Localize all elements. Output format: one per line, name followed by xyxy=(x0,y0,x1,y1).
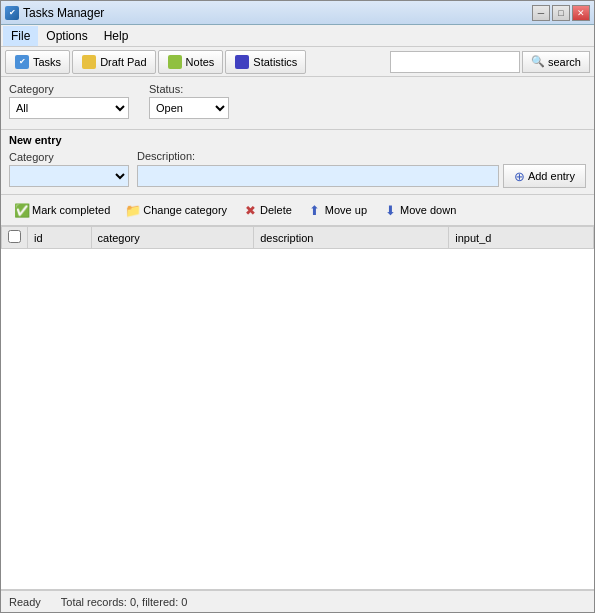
tasks-button[interactable]: ✔ Tasks xyxy=(5,50,70,74)
new-entry-title: New entry xyxy=(9,134,586,146)
tasks-icon: ✔ xyxy=(14,54,30,70)
new-entry-category-select[interactable] xyxy=(9,165,129,187)
category-filter-label: Category xyxy=(9,83,129,95)
table-header-category[interactable]: category xyxy=(91,227,254,249)
table-header-id[interactable]: id xyxy=(28,227,92,249)
new-entry-category-label: Category xyxy=(9,151,129,163)
add-icon: ⊕ xyxy=(514,169,525,184)
action-bar: ✅ Mark completed 📁 Change category ✖ Del… xyxy=(1,195,594,226)
title-bar: ✔ Tasks Manager ─ □ ✕ xyxy=(1,1,594,25)
title-buttons: ─ □ ✕ xyxy=(532,5,590,21)
move-down-icon: ⬇ xyxy=(383,203,397,217)
statistics-button[interactable]: Statistics xyxy=(225,50,306,74)
search-icon: 🔍 xyxy=(531,55,545,68)
status-filter-label: Status: xyxy=(149,83,229,95)
close-button[interactable]: ✕ xyxy=(572,5,590,21)
table-header-row: id category description input_d xyxy=(2,227,594,249)
new-entry-description-label: Description: xyxy=(137,150,586,162)
move-up-icon: ⬆ xyxy=(308,203,322,217)
window-title: Tasks Manager xyxy=(23,6,104,20)
status-filter-group: Status: Open Closed All xyxy=(149,83,229,119)
maximize-button[interactable]: □ xyxy=(552,5,570,21)
new-entry-description-input[interactable] xyxy=(137,165,499,187)
notes-icon xyxy=(167,54,183,70)
add-entry-button[interactable]: ⊕ Add entry xyxy=(503,164,586,188)
menu-item-file[interactable]: File xyxy=(3,26,38,46)
title-bar-left: ✔ Tasks Manager xyxy=(5,6,104,20)
table-header-checkbox xyxy=(2,227,28,249)
new-entry-description-group: Description: ⊕ Add entry xyxy=(137,150,586,188)
status-filter-select[interactable]: Open Closed All xyxy=(149,97,229,119)
change-category-icon: 📁 xyxy=(126,203,140,217)
new-entry-area: New entry Category Description: ⊕ Add en… xyxy=(1,130,594,195)
category-filter-group: Category All xyxy=(9,83,129,119)
draftpad-icon xyxy=(81,54,97,70)
change-category-button[interactable]: 📁 Change category xyxy=(120,199,233,221)
menu-item-help[interactable]: Help xyxy=(96,26,137,46)
toolbar: ✔ Tasks Draft Pad Notes Statistics xyxy=(1,47,594,77)
mark-completed-button[interactable]: ✅ Mark completed xyxy=(9,199,116,221)
filter-area: Category All Status: Open Closed All xyxy=(1,77,594,130)
status-bar: Ready Total records: 0, filtered: 0 xyxy=(1,590,594,612)
new-entry-row: Category Description: ⊕ Add entry xyxy=(9,150,586,188)
statistics-icon xyxy=(234,54,250,70)
filter-row: Category All Status: Open Closed All xyxy=(9,83,586,119)
data-table: id category description input_d xyxy=(1,226,594,249)
window-icon: ✔ xyxy=(5,6,19,20)
category-filter-select[interactable]: All xyxy=(9,97,129,119)
move-up-button[interactable]: ⬆ Move up xyxy=(302,199,373,221)
new-entry-description-row: ⊕ Add entry xyxy=(137,164,586,188)
search-input[interactable] xyxy=(390,51,520,73)
draftpad-button[interactable]: Draft Pad xyxy=(72,50,155,74)
main-window: ✔ Tasks Manager ─ □ ✕ File Options Help … xyxy=(0,0,595,613)
search-box: 🔍 search xyxy=(390,51,590,73)
new-entry-category-group: Category xyxy=(9,151,129,187)
search-button[interactable]: 🔍 search xyxy=(522,51,590,73)
move-down-button[interactable]: ⬇ Move down xyxy=(377,199,462,221)
minimize-button[interactable]: ─ xyxy=(532,5,550,21)
delete-button[interactable]: ✖ Delete xyxy=(237,199,298,221)
status-ready: Ready xyxy=(9,596,41,608)
table-header-description[interactable]: description xyxy=(254,227,449,249)
delete-icon: ✖ xyxy=(243,203,257,217)
table-container[interactable]: id category description input_d xyxy=(1,226,594,590)
status-records: Total records: 0, filtered: 0 xyxy=(61,596,188,608)
mark-completed-icon: ✅ xyxy=(15,203,29,217)
menu-bar: File Options Help xyxy=(1,25,594,47)
notes-button[interactable]: Notes xyxy=(158,50,224,74)
menu-item-options[interactable]: Options xyxy=(38,26,95,46)
select-all-checkbox[interactable] xyxy=(8,230,21,243)
table-header-input-d[interactable]: input_d xyxy=(449,227,594,249)
